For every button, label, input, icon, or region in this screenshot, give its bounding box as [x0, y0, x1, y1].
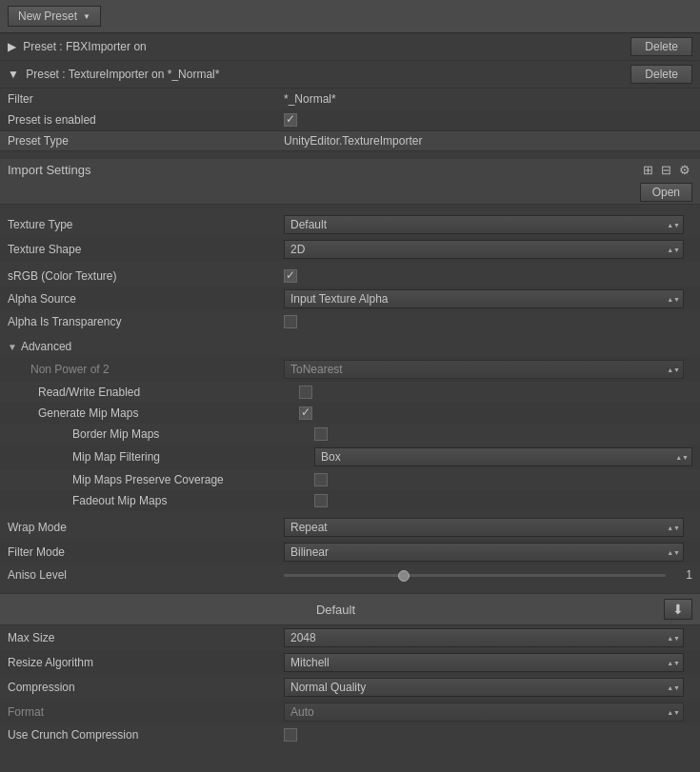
non-power-dropdown-wrap: ToNearest — [284, 360, 684, 379]
aniso-slider-thumb[interactable] — [398, 570, 410, 582]
compression-row: Compression Normal Quality — [0, 675, 700, 700]
texture-type-dropdown-wrap: Default — [284, 215, 684, 234]
filter-mode-dropdown-wrap: Bilinear — [284, 543, 684, 562]
srgb-checkbox[interactable] — [284, 269, 297, 283]
non-power-dropdown[interactable]: ToNearest — [284, 360, 684, 379]
advanced-section-header[interactable]: ▼ Advanced — [0, 336, 700, 357]
border-mip-maps-checkbox[interactable] — [314, 427, 328, 441]
texture-shape-dropdown[interactable]: 2D — [284, 240, 684, 259]
read-write-label: Read/Write Enabled — [23, 386, 299, 399]
fadeout-mip-maps-row: Fadeout Mip Maps — [0, 490, 700, 511]
wrap-mode-label: Wrap Mode — [8, 521, 284, 534]
generate-mip-maps-row: Generate Mip Maps — [0, 403, 700, 424]
filter-row: Filter *_Normal* — [0, 89, 700, 109]
open-button[interactable]: Open — [640, 183, 692, 202]
use-crunch-label: Use Crunch Compression — [8, 728, 284, 742]
resize-algorithm-dropdown-wrap: Mitchell — [284, 653, 684, 672]
top-bar: New Preset ▼ — [0, 0, 700, 33]
delete-texture-button[interactable]: Delete — [630, 65, 692, 84]
read-write-row: Read/Write Enabled — [0, 382, 700, 403]
new-preset-button[interactable]: New Preset ▼ — [8, 6, 101, 27]
filter-mode-dropdown[interactable]: Bilinear — [284, 543, 684, 562]
texture-type-row: Texture Type Default — [0, 212, 700, 237]
generate-mip-maps-label: Generate Mip Maps — [23, 406, 299, 420]
srgb-label: sRGB (Color Texture) — [8, 269, 284, 283]
aniso-level-row: Aniso Level 1 — [0, 564, 700, 585]
mip-map-filtering-dropdown[interactable]: Box — [314, 447, 692, 466]
filter-mode-label: Filter Mode — [8, 545, 284, 559]
delete-fbx-button[interactable]: Delete — [630, 37, 692, 56]
download-button[interactable]: ⬇ — [664, 599, 692, 620]
compression-dropdown-wrap: Normal Quality — [284, 678, 684, 697]
use-crunch-row: Use Crunch Compression — [0, 724, 700, 745]
aniso-slider[interactable] — [284, 574, 666, 577]
resize-algorithm-dropdown[interactable]: Mitchell — [284, 653, 684, 672]
max-size-dropdown-wrap: 2048 — [284, 628, 684, 647]
dropdown-arrow-icon: ▼ — [83, 12, 90, 21]
wrap-mode-dropdown-wrap: Repeat — [284, 518, 684, 537]
preset-enabled-row: Preset is enabled — [0, 109, 700, 130]
import-settings-title: Import Settings — [8, 163, 90, 177]
border-mip-maps-label: Border Mip Maps — [38, 427, 314, 441]
texture-type-label: Texture Type — [8, 218, 284, 231]
alpha-source-row: Alpha Source Input Texture Alpha — [0, 287, 700, 311]
mip-map-filtering-row: Mip Map Filtering Box — [0, 445, 700, 469]
aniso-slider-wrap: 1 — [284, 568, 692, 582]
preset-enabled-checkbox[interactable] — [284, 113, 297, 127]
mip-maps-preserve-row: Mip Maps Preserve Coverage — [0, 469, 700, 490]
format-row: Format Auto — [0, 700, 700, 724]
border-mip-maps-row: Border Mip Maps — [0, 424, 700, 445]
collapse-arrow-icon: ▶ — [8, 40, 16, 53]
preset-type-label: Preset Type — [8, 134, 284, 148]
aniso-level-label: Aniso Level — [8, 568, 284, 582]
alpha-source-dropdown[interactable]: Input Texture Alpha — [284, 289, 684, 308]
icon-button-1[interactable]: ⊞ — [641, 163, 655, 177]
format-label: Format — [8, 705, 284, 719]
use-crunch-checkbox[interactable] — [284, 728, 297, 742]
advanced-label: Advanced — [21, 340, 71, 353]
platform-default-label: Default — [8, 603, 664, 617]
header-icons: ⊞ ⊟ ⚙ — [641, 163, 692, 177]
gear-icon-button[interactable]: ⚙ — [677, 163, 692, 177]
alpha-transparency-label: Alpha Is Transparency — [8, 315, 284, 328]
filter-mode-row: Filter Mode Bilinear — [0, 540, 700, 564]
wrap-mode-row: Wrap Mode Repeat — [0, 515, 700, 540]
mip-maps-preserve-label: Mip Maps Preserve Coverage — [38, 473, 314, 486]
texture-shape-dropdown-wrap: 2D — [284, 240, 684, 259]
texture-type-dropdown[interactable]: Default — [284, 215, 684, 234]
max-size-row: Max Size 2048 — [0, 625, 700, 650]
compression-dropdown[interactable]: Normal Quality — [284, 678, 684, 697]
texture-shape-label: Texture Shape — [8, 243, 284, 256]
preset-fbx-label: ▶ Preset : FBXImporter on — [8, 40, 630, 53]
icon-button-2[interactable]: ⊟ — [659, 163, 673, 177]
mip-map-filtering-label: Mip Map Filtering — [38, 450, 314, 464]
generate-mip-maps-checkbox[interactable] — [299, 406, 312, 420]
texture-shape-row: Texture Shape 2D — [0, 237, 700, 262]
srgb-row: sRGB (Color Texture) — [0, 266, 700, 287]
aniso-value: 1 — [673, 568, 692, 582]
read-write-checkbox[interactable] — [299, 386, 312, 399]
resize-algorithm-label: Resize Algorithm — [8, 656, 284, 669]
max-size-label: Max Size — [8, 631, 284, 644]
format-dropdown[interactable]: Auto — [284, 703, 684, 722]
compression-label: Compression — [8, 681, 284, 694]
preset-type-value: UnityEditor.TextureImporter — [284, 134, 692, 148]
alpha-source-label: Alpha Source — [8, 292, 284, 306]
max-size-dropdown[interactable]: 2048 — [284, 628, 684, 647]
non-power-label: Non Power of 2 — [8, 363, 284, 376]
mip-maps-preserve-checkbox[interactable] — [314, 473, 328, 486]
mip-map-filtering-dropdown-wrap: Box — [314, 447, 692, 466]
resize-algorithm-row: Resize Algorithm Mitchell — [0, 650, 700, 675]
preset-type-row: Preset Type UnityEditor.TextureImporter — [0, 130, 700, 151]
import-settings-subheader: Open — [0, 181, 700, 205]
wrap-mode-dropdown[interactable]: Repeat — [284, 518, 684, 537]
alpha-transparency-checkbox[interactable] — [284, 315, 297, 328]
preset-row-fbx: ▶ Preset : FBXImporter on Delete — [0, 33, 700, 61]
fadeout-mip-maps-checkbox[interactable] — [314, 494, 328, 507]
filter-label: Filter — [8, 92, 284, 106]
alpha-transparency-row: Alpha Is Transparency — [0, 311, 700, 332]
expand-arrow-icon: ▼ — [8, 68, 19, 81]
preset-enabled-label: Preset is enabled — [8, 113, 284, 127]
import-settings-header: Import Settings ⊞ ⊟ ⚙ — [0, 159, 700, 181]
new-preset-label: New Preset — [18, 10, 77, 23]
